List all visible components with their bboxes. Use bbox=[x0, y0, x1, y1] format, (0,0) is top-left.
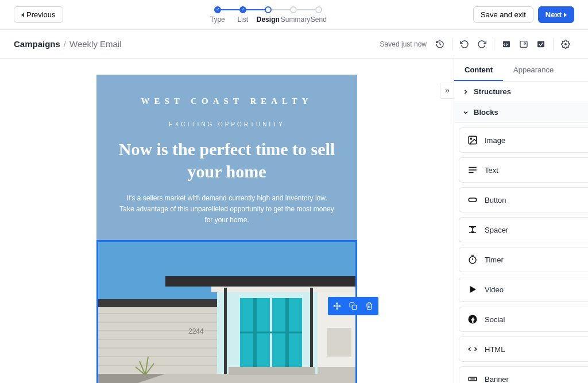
social-icon bbox=[467, 314, 478, 324]
house-image: 2244 bbox=[98, 242, 355, 383]
svg-rect-43 bbox=[469, 198, 477, 202]
step-label-type[interactable]: Type bbox=[205, 16, 230, 24]
brand-text: WEST COAST REALTY bbox=[114, 96, 340, 106]
svg-point-4 bbox=[564, 43, 567, 45]
tab-content[interactable]: Content bbox=[454, 59, 503, 81]
save-exit-label: Save and exit bbox=[481, 10, 526, 19]
step-dot-send[interactable] bbox=[315, 6, 322, 13]
selected-image-block[interactable]: 2244 bbox=[96, 240, 357, 383]
chevron-right-icon bbox=[564, 13, 567, 17]
block-image-label: Image bbox=[485, 136, 505, 145]
block-html[interactable]: HTML bbox=[459, 336, 588, 362]
block-image[interactable]: Image bbox=[459, 127, 588, 153]
preview-icon[interactable] bbox=[515, 36, 532, 53]
editor-canvas[interactable]: WEST COAST REALTY EXCITING OPPORTUNITY N… bbox=[0, 59, 454, 383]
panel-collapse-button[interactable] bbox=[440, 83, 454, 99]
test-send-icon[interactable] bbox=[532, 36, 550, 53]
block-banner-label: Banner bbox=[485, 375, 509, 384]
section-structures-label: Structures bbox=[474, 87, 511, 96]
code-view-icon[interactable] bbox=[498, 36, 515, 53]
block-social-label: Social bbox=[485, 315, 505, 324]
step-dot-list[interactable] bbox=[239, 6, 246, 13]
block-video-label: Video bbox=[485, 285, 504, 294]
eyebrow-text: EXCITING OPPORTUNITY bbox=[114, 121, 340, 127]
svg-rect-23 bbox=[211, 287, 355, 292]
block-timer[interactable]: Timer bbox=[459, 247, 588, 272]
section-blocks-label: Blocks bbox=[474, 108, 498, 117]
block-banner[interactable]: Banner bbox=[459, 366, 588, 383]
tab-appearance[interactable]: Appearance bbox=[503, 59, 564, 81]
section-structures[interactable]: Structures bbox=[454, 82, 588, 102]
section-blocks[interactable]: Blocks bbox=[454, 102, 588, 123]
history-icon[interactable] bbox=[431, 36, 448, 53]
button-icon bbox=[467, 195, 478, 205]
step-dot-design[interactable] bbox=[265, 6, 272, 13]
video-icon bbox=[467, 284, 478, 295]
svg-rect-33 bbox=[310, 288, 313, 374]
body-text: It's a sellers market with demand curren… bbox=[114, 193, 340, 240]
text-icon bbox=[467, 165, 478, 175]
block-timer-label: Timer bbox=[485, 256, 504, 264]
previous-button[interactable]: Previous bbox=[14, 6, 63, 23]
next-label: Next bbox=[546, 10, 562, 19]
block-button[interactable]: Button bbox=[459, 187, 588, 212]
block-button-label: Button bbox=[485, 196, 506, 204]
step-dot-type[interactable] bbox=[214, 6, 221, 13]
svg-rect-22 bbox=[165, 276, 355, 287]
step-label-summary[interactable]: Summary bbox=[281, 16, 306, 24]
step-dot-summary[interactable] bbox=[290, 6, 297, 13]
duplicate-icon[interactable] bbox=[346, 299, 360, 313]
image-icon bbox=[467, 135, 478, 145]
step-label-list[interactable]: List bbox=[230, 16, 256, 24]
svg-point-2 bbox=[524, 42, 526, 44]
svg-text:2244: 2244 bbox=[188, 327, 204, 335]
svg-rect-25 bbox=[327, 328, 351, 357]
block-spacer-label: Spacer bbox=[485, 226, 508, 234]
selection-toolbar bbox=[328, 297, 378, 315]
block-video[interactable]: Video bbox=[459, 277, 588, 302]
move-icon[interactable] bbox=[330, 299, 344, 313]
block-text[interactable]: Text bbox=[459, 157, 588, 183]
svg-rect-8 bbox=[98, 299, 223, 307]
html-icon bbox=[467, 344, 478, 354]
previous-label: Previous bbox=[26, 10, 56, 19]
block-html-label: HTML bbox=[485, 345, 505, 354]
save-status: Saved just now bbox=[380, 40, 427, 48]
timer-icon bbox=[467, 254, 478, 265]
block-social[interactable]: Social bbox=[459, 307, 588, 332]
redo-icon[interactable] bbox=[473, 36, 490, 53]
breadcrumb-separator: / bbox=[64, 39, 66, 49]
chevron-left-icon bbox=[21, 13, 24, 17]
svg-point-39 bbox=[470, 138, 471, 139]
svg-rect-37 bbox=[352, 305, 357, 310]
svg-rect-1 bbox=[520, 41, 527, 47]
step-label-send[interactable]: Send bbox=[306, 16, 331, 24]
wizard-stepper: Type List Design Summary Send bbox=[63, 6, 473, 24]
breadcrumb-root[interactable]: Campaigns bbox=[14, 39, 60, 49]
delete-icon[interactable] bbox=[362, 299, 376, 313]
banner-icon bbox=[467, 374, 478, 383]
svg-rect-3 bbox=[537, 41, 544, 47]
step-label-design[interactable]: Design bbox=[256, 16, 281, 24]
email-preview: WEST COAST REALTY EXCITING OPPORTUNITY N… bbox=[96, 75, 357, 383]
svg-rect-34 bbox=[229, 367, 315, 375]
settings-icon[interactable] bbox=[557, 36, 574, 53]
undo-icon[interactable] bbox=[456, 36, 473, 53]
svg-marker-50 bbox=[470, 286, 477, 293]
next-button[interactable]: Next bbox=[538, 6, 574, 23]
breadcrumb-leaf: Weekly Email bbox=[69, 39, 122, 49]
block-text-label: Text bbox=[485, 166, 498, 175]
right-panel: Content Appearance Structures Blocks Ima… bbox=[454, 59, 588, 383]
headline-text: Now is the perfect time to sell your hom… bbox=[114, 138, 340, 183]
save-exit-button[interactable]: Save and exit bbox=[473, 6, 533, 23]
block-spacer[interactable]: Spacer bbox=[459, 217, 588, 242]
spacer-icon bbox=[467, 225, 478, 235]
breadcrumb: Campaigns / Weekly Email bbox=[14, 39, 122, 49]
hero-section[interactable]: WEST COAST REALTY EXCITING OPPORTUNITY N… bbox=[96, 75, 357, 240]
svg-rect-32 bbox=[224, 288, 227, 374]
